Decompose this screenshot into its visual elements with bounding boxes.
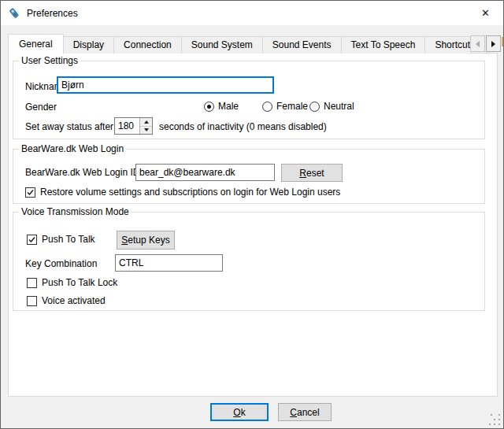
spin-down-button[interactable] [140,127,152,135]
key-combination-input[interactable] [115,254,223,272]
button-label: k [241,407,246,418]
button-label-mnemonic: C [290,407,297,418]
button-label: ancel [297,407,320,418]
ok-button[interactable]: Ok [210,403,269,421]
setup-keys-button[interactable]: Setup Keys [117,231,175,250]
tab-label: Shortcuts [435,39,470,50]
restore-volume-checkbox[interactable]: Restore volume settings and subscription… [25,186,340,198]
spin-down-icon [144,128,149,131]
nickname-input[interactable] [57,76,274,94]
radio-label: Neutral [324,101,354,112]
tab-label: Display [73,39,104,50]
tab-scroll-left-icon [476,41,480,47]
resize-grip[interactable] [489,414,501,426]
voice-activated-checkbox[interactable]: Voice activated [27,294,106,307]
spin-up-icon [144,120,149,124]
close-icon: ✕ [481,8,490,18]
radio-icon [309,102,320,112]
check-icon [27,189,34,196]
title-bar[interactable]: Preferences ✕ [1,1,503,25]
tab-sound-events[interactable]: Sound Events [262,36,342,54]
voice-transmission-group: Voice Transmission Mode Push To Talk Set… [13,212,485,311]
spin-up-button[interactable] [140,118,152,127]
close-button[interactable]: ✕ [468,1,503,24]
checkbox-label: Voice activated [42,295,106,306]
tab-label: Connection [124,39,172,50]
checkbox-icon [27,278,37,288]
web-login-group: BearWare.dk Web Login BearWare.dk Web Lo… [13,149,485,204]
checkbox-icon [27,235,37,245]
tab-display[interactable]: Display [63,36,114,54]
group-title: Voice Transmission Mode [19,206,132,217]
tab-scroll-right-button[interactable] [486,35,501,52]
checkbox-icon [27,296,37,306]
button-label-mnemonic: O [233,407,240,418]
button-label: etup Keys [128,235,169,246]
tab-bar: General Display Connection Sound System … [8,34,470,54]
radio-label: Male [218,101,239,112]
tab-sound-system[interactable]: Sound System [181,36,263,54]
web-login-id-label: BearWare.dk Web Login ID [25,167,139,178]
web-login-id-input[interactable] [135,164,275,181]
tab-label: General [19,39,53,50]
tab-connection[interactable]: Connection [113,36,182,54]
tab-text-to-speech[interactable]: Text To Speech [341,36,426,54]
tab-general[interactable]: General [8,34,64,54]
group-title: BearWare.dk Web Login [19,143,126,154]
button-label-mnemonic: R [299,168,306,179]
gender-radio-neutral[interactable]: Neutral [309,100,354,113]
gender-radio-female[interactable]: Female [262,100,308,113]
away-status-label: Set away status after [25,121,113,132]
user-settings-group: User Settings Nickname Gender Male Femal… [13,61,485,139]
radio-icon [204,102,214,112]
preferences-dialog: Preferences ✕ General Display Connection… [0,0,504,429]
spinner-buttons [139,118,152,134]
away-status-suffix: seconds of inactivity (0 means disabled) [159,121,327,132]
gender-radio-male[interactable]: Male [204,100,239,113]
window-title: Preferences [27,8,78,19]
push-to-talk-checkbox[interactable]: Push To Talk [27,233,95,246]
button-label: eset [306,168,324,179]
away-seconds-spinner[interactable]: 180 [114,117,153,135]
cancel-button[interactable]: Cancel [278,403,332,421]
tab-label: Text To Speech [351,39,416,50]
radio-label: Female [276,101,308,112]
checkbox-label: Restore volume settings and subscription… [40,187,340,198]
checkbox-icon [25,187,35,198]
check-icon [28,236,35,243]
reset-button[interactable]: Reset [281,164,343,182]
radio-dot [207,105,211,109]
checkbox-label: Push To Talk [42,234,95,245]
tab-label: Sound Events [272,39,332,50]
away-seconds-value: 180 [118,120,134,131]
tab-label: Sound System [191,39,253,50]
key-combination-label: Key Combination [25,258,97,269]
radio-icon [262,102,272,112]
tab-scroll-right-icon [491,41,495,47]
teamtalk-app-icon [8,7,20,20]
gender-label: Gender [25,102,57,113]
group-title: User Settings [19,55,80,66]
tab-shortcuts[interactable]: Shortcuts [424,36,470,54]
tab-scroll-left-button[interactable] [470,35,485,52]
push-to-talk-lock-checkbox[interactable]: Push To Talk Lock [27,276,117,289]
checkbox-label: Push To Talk Lock [42,277,117,288]
